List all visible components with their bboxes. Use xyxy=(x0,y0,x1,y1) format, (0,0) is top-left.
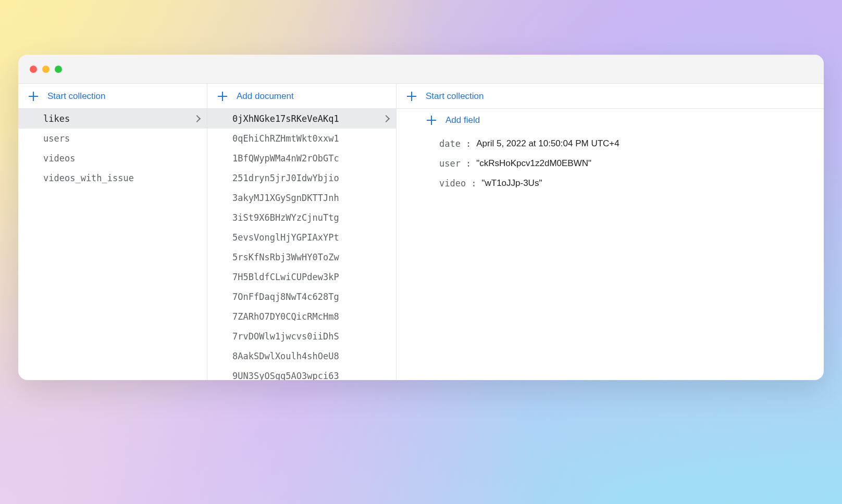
window-zoom-icon[interactable] xyxy=(55,66,62,73)
document-row[interactable]: 9UN3SyOSgq5AO3wpci63 xyxy=(207,366,396,380)
panes-container: Start collection likesusersvideosvideos_… xyxy=(18,84,824,380)
add-document-label: Add document xyxy=(237,91,294,102)
start-collection-button[interactable]: Start collection xyxy=(18,84,207,109)
collection-name: videos_with_issue xyxy=(43,173,134,183)
collections-pane: Start collection likesusersvideosvideos_… xyxy=(18,84,207,380)
document-row[interactable]: 251dryn5jrJ0IdwYbjio xyxy=(207,168,396,188)
document-row[interactable]: 5evsVonglHjYGPIAxYPt xyxy=(207,228,396,247)
start-subcollection-label: Start collection xyxy=(426,91,484,102)
collection-row[interactable]: videos_with_issue xyxy=(18,168,207,188)
document-id: 7H5BldfCLwiCUPdew3kP xyxy=(232,272,339,282)
window-minimize-icon[interactable] xyxy=(42,66,49,73)
collection-name: likes xyxy=(43,114,70,124)
document-row[interactable]: 7OnFfDaqj8NwT4c628Tg xyxy=(207,287,396,307)
field-value: "ckRsHoKpcv1z2dM0EBWN" xyxy=(476,158,591,169)
collection-row[interactable]: videos xyxy=(18,148,207,168)
document-id: 7rvDOWlw1jwcvs0iiDhS xyxy=(232,331,339,342)
document-id: 0qEhiChRZHmtWkt0xxw1 xyxy=(232,133,339,144)
document-id: 1BfQWypWMa4nW2rObGTc xyxy=(232,153,339,163)
field-key: date xyxy=(439,138,461,149)
window-close-icon[interactable] xyxy=(30,66,37,73)
start-collection-label: Start collection xyxy=(47,91,106,102)
plus-icon xyxy=(427,116,436,125)
start-subcollection-button[interactable]: Start collection xyxy=(397,84,824,109)
document-id: 251dryn5jrJ0IdwYbjio xyxy=(232,173,339,183)
document-id: 7ZARhO7DY0CQicRMcHm8 xyxy=(232,311,339,322)
document-id: 9UN3SyOSgq5AO3wpci63 xyxy=(232,371,339,380)
fields-pane: Start collection Add field date:April 5,… xyxy=(397,84,824,380)
field-colon: : xyxy=(466,158,471,169)
collections-list: likesusersvideosvideos_with_issue xyxy=(18,109,207,380)
document-row[interactable]: 3iSt9X6BHzWYzCjnuTtg xyxy=(207,208,396,228)
document-id: 3akyMJ1XGySgnDKTTJnh xyxy=(232,193,339,203)
document-id: 3iSt9X6BHzWYzCjnuTtg xyxy=(232,212,339,223)
document-row[interactable]: 0jXhNGke17sRKeVeAKq1 xyxy=(207,109,396,129)
document-row[interactable]: 5rsKfNsRbj3WwHY0ToZw xyxy=(207,247,396,267)
field-value: April 5, 2022 at 10:50:04 PM UTC+4 xyxy=(476,138,620,149)
document-row[interactable]: 7rvDOWlw1jwcvs0iiDhS xyxy=(207,326,396,346)
add-field-button[interactable]: Add field xyxy=(397,109,824,132)
field-colon: : xyxy=(471,178,476,188)
chevron-right-icon xyxy=(193,115,201,122)
field-row[interactable]: user:"ckRsHoKpcv1z2dM0EBWN" xyxy=(397,154,824,173)
chevron-right-icon xyxy=(382,115,390,122)
field-colon: : xyxy=(466,138,471,149)
document-row[interactable]: 1BfQWypWMa4nW2rObGTc xyxy=(207,148,396,168)
documents-list: 0jXhNGke17sRKeVeAKq10qEhiChRZHmtWkt0xxw1… xyxy=(207,109,396,380)
plus-icon xyxy=(29,92,38,101)
collection-row[interactable]: likes xyxy=(18,109,207,129)
fields-list: date:April 5, 2022 at 10:50:04 PM UTC+4u… xyxy=(397,134,824,193)
document-row[interactable]: 3akyMJ1XGySgnDKTTJnh xyxy=(207,188,396,208)
document-id: 5evsVonglHjYGPIAxYPt xyxy=(232,232,339,243)
documents-pane: Add document 0jXhNGke17sRKeVeAKq10qEhiCh… xyxy=(207,84,397,380)
document-id: 7OnFfDaqj8NwT4c628Tg xyxy=(232,292,339,302)
collection-name: users xyxy=(43,133,70,144)
document-id: 5rsKfNsRbj3WwHY0ToZw xyxy=(232,252,339,262)
plus-icon xyxy=(218,92,227,101)
window-titlebar xyxy=(18,55,824,84)
document-id: 0jXhNGke17sRKeVeAKq1 xyxy=(232,114,339,124)
document-row[interactable]: 7H5BldfCLwiCUPdew3kP xyxy=(207,267,396,287)
add-document-button[interactable]: Add document xyxy=(207,84,396,109)
field-row[interactable]: video:"wT1oJJp-3Us" xyxy=(397,173,824,193)
add-field-label: Add field xyxy=(445,115,480,125)
plus-icon xyxy=(407,92,416,101)
field-row[interactable]: date:April 5, 2022 at 10:50:04 PM UTC+4 xyxy=(397,134,824,154)
document-row[interactable]: 7ZARhO7DY0CQicRMcHm8 xyxy=(207,307,396,326)
collection-name: videos xyxy=(43,153,75,163)
field-value: "wT1oJJp-3Us" xyxy=(481,178,542,188)
field-key: video xyxy=(439,178,466,188)
field-key: user xyxy=(439,158,461,169)
collection-row[interactable]: users xyxy=(18,129,207,148)
document-id: 8AakSDwlXoulh4shOeU8 xyxy=(232,351,339,361)
app-window: Start collection likesusersvideosvideos_… xyxy=(18,55,824,380)
document-row[interactable]: 0qEhiChRZHmtWkt0xxw1 xyxy=(207,129,396,148)
document-row[interactable]: 8AakSDwlXoulh4shOeU8 xyxy=(207,346,396,366)
